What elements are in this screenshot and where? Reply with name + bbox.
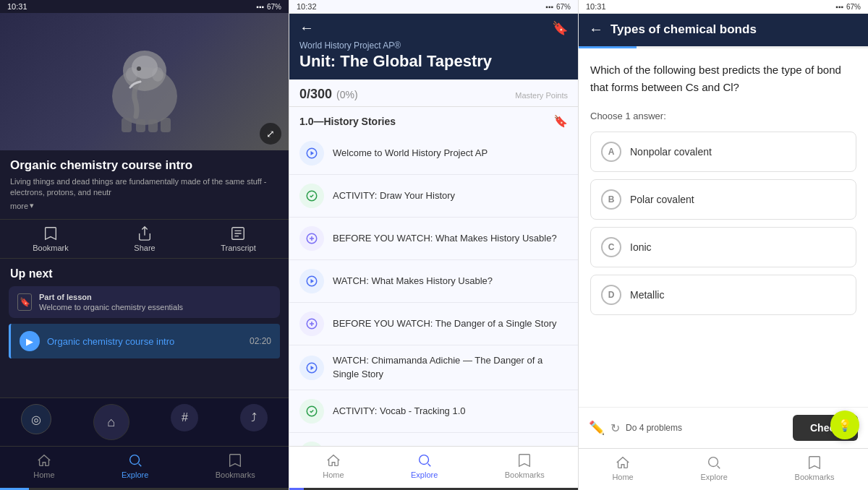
lesson-text: ACTIVITY: Vocab - Tracking 1.0 [333,405,466,418]
transcript-icon [230,225,246,241]
home-icon-p3 [615,455,631,470]
section-header: 1.0—History Stories 🔖 [289,107,578,132]
answer-option[interactable]: D Metallic [590,275,856,315]
battery-p1: 67% [267,3,281,11]
svg-rect-8 [161,118,171,132]
svg-marker-13 [311,151,315,155]
share-ctrl-button[interactable]: ⤴ [240,404,268,431]
do-problems-label: Do 4 problems [626,423,682,433]
list-item[interactable]: Welcome to World History Project AP [289,132,578,175]
video-thumbnail[interactable]: ⤢ [0,13,289,150]
list-item[interactable]: WATCH: What Makes History Usable? [289,260,578,303]
expand-button[interactable]: ⤢ [260,123,281,145]
back-button-p2[interactable]: ← [299,20,314,36]
course-title-area: Organic chemistry course intro Living th… [0,150,289,215]
list-item[interactable]: BEFORE YOU WATCH: What Makes History Usa… [289,218,578,260]
panel3-title: Types of chemical bonds [610,22,757,37]
option-circle-d: D [601,285,621,305]
fab-light-button[interactable]: 💡 [830,411,859,439]
option-text-b: Polar covalent [630,194,694,205]
nav-home-p2[interactable]: Home [323,452,344,479]
nav-bookmarks-p2[interactable]: Bookmarks [505,452,545,479]
nav-home-p1[interactable]: Home [33,452,54,479]
list-item[interactable]: ACTIVITY: Draw Your History [289,175,578,218]
nav-home-p3[interactable]: Home [612,455,633,481]
bookmarks-icon-p2 [516,452,532,468]
share-ctrl-icon: ⤴ [251,411,257,424]
list-item[interactable]: WATCH: Chimamanda Adichie — The Danger o… [289,345,578,390]
nav-explore-p3[interactable]: Explore [700,455,727,481]
hashtag-button[interactable]: # [171,404,198,431]
status-icons-p2: ▪▪▪ 67% [545,3,571,11]
panel3-footer: ✏️ ↻ Do 4 problems Check [579,407,868,448]
nav-bookmarks-p1[interactable]: Bookmarks [216,452,255,479]
more-link[interactable]: more ▾ [10,201,34,210]
refresh-icon[interactable]: ↻ [610,421,620,435]
bookmarks-icon-p3 [807,455,822,470]
bottom-nav-p3: Home Explore Bookmarks [579,448,868,490]
answer-options: A Nonpolar covalent B Polar covalent C I… [590,132,856,315]
bookmark-button[interactable]: Bookmark [33,225,69,252]
nav-explore-p1[interactable]: Explore [122,452,148,479]
battery-p2: 67% [556,3,571,11]
panel1-content: Organic chemistry course intro Living th… [0,150,289,397]
unit-subtitle: World History Project AP® [299,40,568,51]
home-main-button[interactable]: ⌂ [93,404,129,440]
lesson-text: Welcome to World History Project AP [333,147,488,160]
lesson-text: BEFORE YOU WATCH: What Makes History Usa… [333,232,557,245]
lesson-card[interactable]: 🔖 Part of lesson Welcome to organic chem… [9,286,280,319]
circle-control-1[interactable]: ◎ [21,404,51,434]
svg-point-9 [137,66,141,71]
list-item[interactable]: ACTIVITY: Vocab - Word Wall 1.0 [289,433,578,446]
option-text-c: Ionic [630,241,652,253]
pencil-icon: ✏️ [589,420,605,436]
active-lesson-title: Organic chemistry course intro [47,336,174,347]
mastery-pct: (0%) [336,89,358,100]
mastery-score: 0/300 [299,87,332,102]
panel-world-history: 10:32 ▪▪▪ 67% ← 🔖 World History Project … [289,0,579,490]
battery-p3: 67% [846,3,861,11]
answer-option[interactable]: A Nonpolar covalent [590,132,856,172]
lesson-icon-wrap [299,311,324,336]
svg-marker-17 [311,279,315,283]
wifi-icon-p3: ▪▪▪ [835,3,843,11]
svg-point-23 [419,455,428,465]
lesson-icon-wrap [299,399,324,424]
bookmark-header-p2[interactable]: 🔖 [552,20,568,36]
nav-bookmarks-p3[interactable]: Bookmarks [795,455,835,481]
list-item[interactable]: BEFORE YOU WATCH: The Danger of a Single… [289,303,578,345]
list-item[interactable]: ACTIVITY: Vocab - Tracking 1.0 [289,390,578,433]
share-button[interactable]: Share [134,225,155,252]
chevron-down-icon: ▾ [30,201,34,210]
question-area: Which of the following best predicts the… [579,48,868,407]
active-lesson-time: 02:20 [250,336,271,346]
option-text-a: Nonpolar covalent [630,146,712,158]
panel2-header: ← 🔖 World History Project AP® Unit: The … [289,14,578,79]
explore-nav-icon [127,452,143,468]
back-button-p3[interactable]: ← [589,21,603,38]
status-bar-p3: 10:31 ▪▪▪ 67% [579,0,868,14]
bottom-nav-p2: Home Explore Bookmarks [289,446,578,488]
transcript-button[interactable]: Transcript [221,225,256,252]
lesson-text: ACTIVITY: Draw Your History [333,189,455,202]
time-p1: 10:31 [7,2,27,11]
lesson-icon-wrap [299,226,324,251]
lessons-list: Welcome to World History Project AP ACTI… [289,132,578,446]
lesson-text: WATCH: Chimamanda Adichie — The Danger o… [333,354,568,380]
lesson-card-text: Part of lesson Welcome to organic chemis… [39,292,183,313]
choose-label: Choose 1 answer: [590,111,856,121]
status-bar-p2: 10:32 ▪▪▪ 67% [289,0,578,14]
bottom-nav-p1: Home Explore Bookmarks [0,446,289,488]
wifi-icon: ▪▪▪ [256,3,264,11]
home-nav-icon [36,452,52,468]
answer-option[interactable]: C Ionic [590,227,856,267]
active-lesson-item[interactable]: ▶ Organic chemistry course intro 02:20 [9,324,280,358]
status-icons-p1: ▪▪▪ 67% [256,3,281,11]
nav-explore-p2[interactable]: Explore [411,452,438,479]
section-bookmark-icon[interactable]: 🔖 [553,114,568,128]
status-bar-p1: 10:31 ▪▪▪ 67% [0,0,289,13]
hashtag-icon: # [182,411,188,424]
explore-icon-p3 [706,455,722,470]
answer-option[interactable]: B Polar covalent [590,179,856,220]
lesson-icon-wrap [299,356,324,380]
